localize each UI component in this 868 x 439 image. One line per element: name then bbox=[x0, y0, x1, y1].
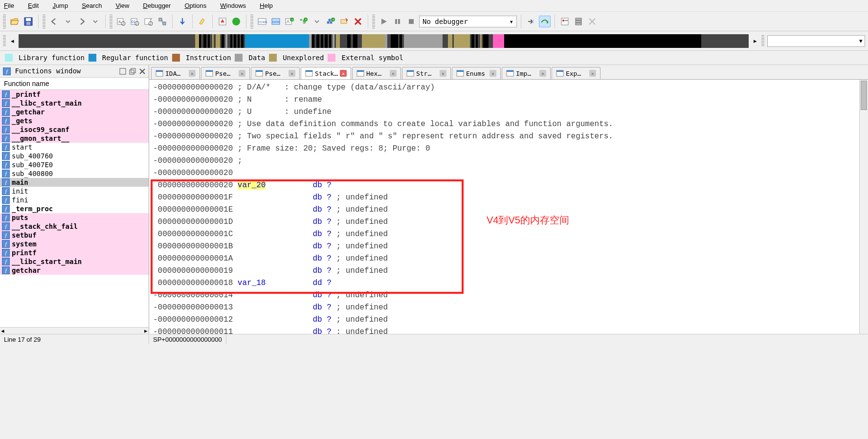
window-close-icon[interactable] bbox=[139, 68, 146, 75]
tab-enums[interactable]: Enums✕ bbox=[452, 67, 501, 79]
function-icon: f bbox=[3, 67, 11, 75]
function-row[interactable]: fmain bbox=[0, 178, 149, 187]
debug-run-icon[interactable] bbox=[378, 16, 390, 27]
tab-close-icon[interactable]: ✕ bbox=[289, 70, 295, 77]
breakpoint-list-icon[interactable] bbox=[559, 16, 571, 27]
forward-icon[interactable] bbox=[76, 16, 88, 27]
menu-view[interactable]: View bbox=[115, 2, 129, 9]
tab-pse[interactable]: Pse…✕ bbox=[201, 67, 250, 79]
function-row[interactable]: fstart bbox=[0, 143, 149, 152]
function-row[interactable]: f_getchar bbox=[0, 108, 149, 116]
function-row[interactable]: f__isoc99_scanf bbox=[0, 125, 149, 134]
tab-close-icon[interactable]: ✕ bbox=[340, 70, 347, 77]
stack-icon[interactable] bbox=[573, 16, 584, 27]
function-row[interactable]: f__libc_start_main bbox=[0, 257, 149, 266]
function-row[interactable]: f__libc_start_main bbox=[0, 99, 149, 108]
function-row[interactable]: fsub_4007E0 bbox=[0, 160, 149, 169]
nav-right-icon[interactable]: ▸ bbox=[752, 35, 758, 47]
highlight-icon[interactable] bbox=[197, 16, 208, 27]
debugger-select[interactable]: No debugger▾ bbox=[419, 16, 517, 27]
search-next-icon[interactable] bbox=[143, 16, 155, 27]
tab-close-icon[interactable]: ✕ bbox=[440, 70, 446, 77]
tab-close-icon[interactable]: ✕ bbox=[539, 70, 546, 77]
back-icon[interactable] bbox=[48, 16, 60, 27]
xref-icon[interactable] bbox=[156, 16, 168, 27]
disasm-panel: IDA…✕Pse…✕Pse…✕Stack…✕Hex…✕Str…✕Enums✕Im… bbox=[149, 65, 868, 334]
tab-hex[interactable]: Hex…✕ bbox=[352, 67, 401, 79]
string-add-icon[interactable]: "s+ bbox=[297, 16, 309, 27]
function-icon: f bbox=[2, 266, 10, 274]
function-row[interactable]: fsub_400800 bbox=[0, 169, 149, 178]
function-row[interactable]: f_gets bbox=[0, 116, 149, 125]
menu-options[interactable]: Options bbox=[184, 2, 206, 9]
nav-combo[interactable]: ▾ bbox=[767, 35, 865, 47]
run-green-icon[interactable] bbox=[230, 16, 242, 27]
warning-icon[interactable] bbox=[217, 16, 228, 27]
debug-stop-icon[interactable] bbox=[405, 16, 417, 27]
legend-label: Data bbox=[248, 54, 265, 62]
menu-search[interactable]: Search bbox=[82, 2, 102, 9]
array-add-icon[interactable]: ⁂+ bbox=[325, 16, 336, 27]
column-header[interactable]: Function name bbox=[0, 78, 149, 90]
function-icon: f bbox=[2, 249, 10, 257]
nav-left-icon[interactable]: ◂ bbox=[9, 35, 16, 47]
search-text-icon[interactable]: A bbox=[115, 16, 127, 27]
code-icon[interactable]: CODE bbox=[256, 16, 268, 27]
stack-view[interactable]: -0000000000000020 ; D/A/* : change type … bbox=[149, 80, 868, 334]
function-row[interactable]: f__gmon_start__ bbox=[0, 134, 149, 143]
tab-close-icon[interactable]: ✕ bbox=[390, 70, 397, 77]
v-scrollbar[interactable] bbox=[859, 80, 868, 334]
menu-windows[interactable]: Windows bbox=[220, 2, 246, 9]
function-row[interactable]: fputs bbox=[0, 213, 149, 222]
struct-add-icon[interactable]: A+ bbox=[284, 16, 295, 27]
function-row[interactable]: f_printf bbox=[0, 90, 149, 99]
function-row[interactable]: fsystem bbox=[0, 240, 149, 248]
tab-imp[interactable]: Imp…✕ bbox=[502, 67, 551, 79]
save-icon[interactable] bbox=[22, 16, 34, 27]
search-binary-icon[interactable]: 01 bbox=[129, 16, 141, 27]
menu-file[interactable]: File bbox=[4, 2, 14, 9]
window-detach-icon[interactable] bbox=[119, 68, 126, 75]
menu-debugger[interactable]: Debugger bbox=[143, 2, 171, 9]
function-row[interactable]: fprintf bbox=[0, 248, 149, 257]
jump-down-icon[interactable] bbox=[177, 16, 188, 27]
debug-x-icon[interactable] bbox=[586, 16, 598, 27]
function-icon: f bbox=[2, 126, 10, 133]
function-name: init bbox=[12, 187, 28, 195]
svg-rect-31 bbox=[398, 19, 400, 24]
tab-close-icon[interactable]: ✕ bbox=[189, 70, 196, 77]
back-dropdown-icon[interactable] bbox=[62, 16, 74, 27]
svg-rect-32 bbox=[409, 19, 414, 24]
step-icon[interactable] bbox=[525, 16, 537, 27]
tab-close-icon[interactable]: ✕ bbox=[239, 70, 245, 77]
nav-track[interactable] bbox=[19, 34, 749, 48]
tab-ida[interactable]: IDA…✕ bbox=[151, 67, 200, 79]
function-row[interactable]: ffini bbox=[0, 196, 149, 204]
tab-str[interactable]: Str…✕ bbox=[402, 67, 451, 79]
h-scrollbar[interactable]: ◂▸ bbox=[0, 327, 149, 334]
function-row[interactable]: f_term_proc bbox=[0, 204, 149, 213]
tab-close-icon[interactable]: ✕ bbox=[589, 70, 596, 77]
tab-close-icon[interactable]: ✕ bbox=[490, 70, 496, 77]
window-restore-icon[interactable] bbox=[129, 68, 136, 75]
debug-pause-icon[interactable] bbox=[392, 16, 403, 27]
function-row[interactable]: fgetchar bbox=[0, 266, 149, 275]
rename-icon[interactable] bbox=[338, 16, 350, 27]
step-over-icon[interactable] bbox=[539, 16, 551, 27]
open-icon[interactable] bbox=[9, 16, 21, 27]
function-row[interactable]: finit bbox=[0, 187, 149, 196]
forward-dropdown-icon[interactable] bbox=[89, 16, 101, 27]
data-icon[interactable]: DATA bbox=[270, 16, 282, 27]
menu-edit[interactable]: Edit bbox=[28, 2, 39, 9]
delete-icon[interactable] bbox=[352, 16, 364, 27]
menu-jump[interactable]: Jump bbox=[52, 2, 68, 9]
string-dropdown-icon[interactable] bbox=[311, 16, 323, 27]
svg-rect-38 bbox=[576, 21, 581, 22]
function-row[interactable]: f__stack_chk_fail bbox=[0, 222, 149, 231]
tab-stack[interactable]: Stack…✕ bbox=[301, 67, 351, 79]
function-row[interactable]: fsetbuf bbox=[0, 231, 149, 240]
tab-exp[interactable]: Exp…✕ bbox=[552, 67, 601, 79]
tab-pse[interactable]: Pse…✕ bbox=[251, 67, 300, 79]
function-row[interactable]: fsub_400760 bbox=[0, 152, 149, 160]
menu-help[interactable]: Help bbox=[260, 2, 273, 9]
